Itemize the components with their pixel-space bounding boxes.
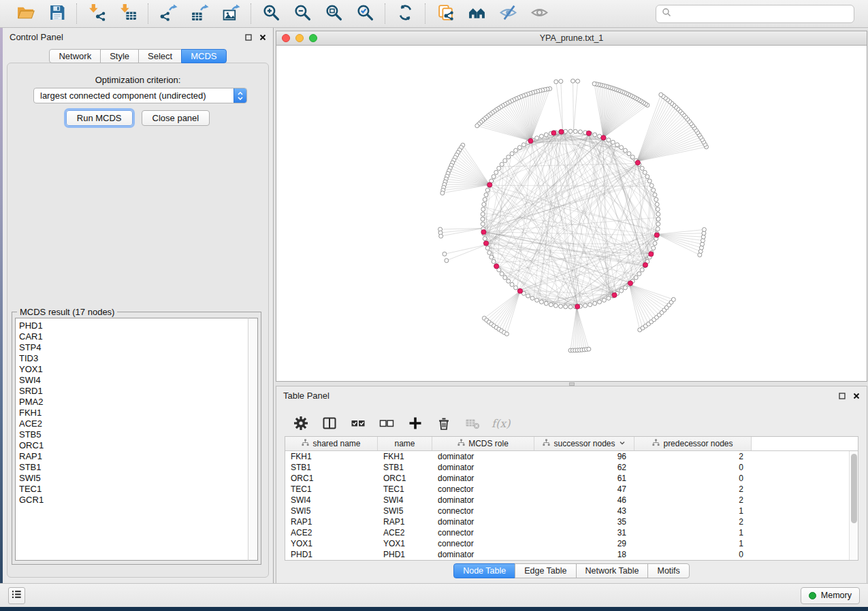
gear-button[interactable] [293, 416, 309, 433]
mcds-result-item[interactable]: STB1 [19, 462, 248, 473]
tab-motifs[interactable]: Motifs [647, 563, 689, 578]
mcds-result-item[interactable]: STB5 [19, 429, 248, 440]
table-cell: 2 [634, 495, 752, 505]
mcds-result-item[interactable]: STP4 [19, 342, 248, 353]
export-network-button[interactable] [158, 3, 178, 24]
mcds-result-item[interactable]: CAR1 [19, 331, 248, 342]
network-window-titlebar[interactable]: YPA_prune.txt_1 [276, 31, 867, 46]
table-cell: dominator [432, 474, 534, 483]
mcds-result-list[interactable]: PHD1CAR1STP4TID3YOX1SWI4SRD1PMA2FKH1ACE2… [15, 318, 248, 561]
table-header-row: shared namenameMCDS rolesuccessor nodesp… [285, 437, 858, 451]
table-row[interactable]: FKH1FKH1dominator962 [285, 451, 858, 462]
memory-button[interactable]: Memory [801, 587, 860, 604]
float-panel-icon[interactable] [839, 393, 846, 399]
table-scrollbar-thumb[interactable] [851, 454, 857, 523]
mcds-result-item[interactable]: SWI5 [19, 473, 248, 484]
export-table-icon [191, 3, 209, 24]
table-row[interactable]: TEC1TEC1connector472 [285, 484, 858, 495]
toolbar-group [148, 3, 251, 24]
optimization-criterion-dropdown[interactable]: largest connected component (undirected) [33, 88, 247, 103]
dropdown-stepper-icon[interactable] [234, 88, 246, 103]
open-folder-button[interactable] [15, 3, 35, 24]
table-row[interactable]: SWI4SWI4dominator462 [285, 495, 858, 506]
control-panel-title: Control Panel [10, 32, 63, 42]
tab-node-table[interactable]: Node Table [453, 563, 515, 578]
float-panel-icon[interactable] [245, 34, 252, 41]
tab-network-table[interactable]: Network Table [576, 563, 649, 578]
table-cell: connector [432, 484, 534, 494]
close-panel-icon[interactable] [853, 393, 860, 399]
tab-mcds[interactable]: MCDS [181, 49, 226, 63]
mcds-result-scrollbar[interactable] [248, 318, 258, 561]
show-panels-button[interactable] [8, 587, 25, 604]
zoom-in-button[interactable] [261, 3, 281, 24]
column-type-icon [457, 439, 465, 448]
hide-selected-button[interactable] [498, 3, 518, 24]
table-cell: 31 [534, 528, 634, 538]
export-table-button[interactable] [189, 3, 210, 24]
mcds-result-item[interactable]: PHD1 [19, 320, 248, 331]
mcds-result-item[interactable]: ACE2 [19, 418, 248, 429]
clear-checkboxes-button[interactable] [379, 416, 395, 433]
column-type-icon [543, 439, 550, 448]
import-table-button[interactable] [118, 3, 138, 24]
tab-select[interactable]: Select [138, 49, 182, 63]
tab-network[interactable]: Network [49, 49, 101, 63]
control-panel-tabs: NetworkStyleSelectMCDS [3, 49, 273, 63]
mcds-result-item[interactable]: TID3 [19, 353, 248, 364]
column-header-shared-name[interactable]: shared name [285, 437, 378, 450]
zoom-fit-button[interactable] [323, 3, 344, 24]
status-bar: Memory [0, 583, 868, 607]
zoom-selected-button[interactable] [355, 3, 375, 24]
tab-edge-table[interactable]: Edge Table [515, 563, 576, 578]
split-columns-button[interactable] [321, 416, 338, 433]
column-header-name[interactable]: name [378, 437, 432, 450]
delete-column-button[interactable] [436, 416, 452, 433]
table-row[interactable]: RAP1RAP1dominator352 [285, 516, 858, 527]
mcds-result-item[interactable]: SRD1 [19, 386, 248, 397]
table-row[interactable]: STB1STB1dominator620 [285, 462, 858, 473]
table-row[interactable]: ORC1ORC1dominator610 [285, 473, 858, 484]
mcds-result-item[interactable]: RAP1 [19, 451, 248, 462]
function-builder-button[interactable]: f(x) [493, 416, 509, 433]
optimization-criterion-label: Optimization criterion: [7, 75, 268, 85]
close-panel-icon[interactable] [259, 34, 266, 41]
select-all-checkboxes-button[interactable] [350, 416, 366, 433]
mcds-result-item[interactable]: ORC1 [19, 440, 248, 451]
table-row[interactable]: ACE2ACE2connector311 [285, 527, 858, 538]
search-input[interactable] [675, 9, 848, 19]
import-network-button[interactable] [86, 3, 107, 24]
table-cell: 43 [534, 506, 634, 516]
save-button[interactable] [46, 3, 67, 24]
search-field[interactable] [656, 5, 854, 23]
refresh-button[interactable] [395, 3, 415, 24]
mcds-result-item[interactable]: FKH1 [19, 408, 248, 418]
memory-label: Memory [821, 591, 852, 600]
close-panel-button[interactable]: Close panel [142, 110, 210, 126]
mcds-result-item[interactable]: SWI4 [19, 375, 248, 386]
tab-style[interactable]: Style [100, 49, 139, 63]
zoom-out-button[interactable] [292, 3, 312, 24]
table-scrollbar[interactable] [849, 451, 858, 560]
column-header-MCDS-role[interactable]: MCDS role [432, 437, 534, 450]
mcds-result-item[interactable]: GCR1 [19, 495, 248, 506]
show-all-button[interactable] [529, 3, 549, 24]
network-canvas[interactable] [276, 46, 867, 378]
mcds-result-item[interactable]: YOX1 [19, 364, 248, 375]
first-neighbors-button[interactable] [466, 3, 487, 24]
column-header-successor-nodes[interactable]: successor nodes [534, 437, 634, 450]
mcds-result-item[interactable]: PMA2 [19, 397, 248, 408]
table-row[interactable]: PHD1PHD1dominator180 [285, 549, 858, 560]
import-network-icon [88, 3, 106, 24]
add-column-button[interactable] [407, 416, 423, 433]
split-columns-icon [322, 416, 337, 433]
table-row[interactable]: YOX1YOX1connector291 [285, 538, 858, 549]
run-mcds-button[interactable]: Run MCDS [66, 110, 133, 126]
table-row[interactable]: SWI5SWI5connector431 [285, 506, 858, 516]
delete-table-button[interactable] [464, 416, 481, 433]
export-image-button[interactable] [221, 3, 241, 24]
clone-network-icon [436, 3, 455, 24]
mcds-result-item[interactable]: TEC1 [19, 484, 248, 495]
column-header-predecessor-nodes[interactable]: predecessor nodes [634, 437, 752, 450]
clone-network-button[interactable] [435, 3, 455, 24]
